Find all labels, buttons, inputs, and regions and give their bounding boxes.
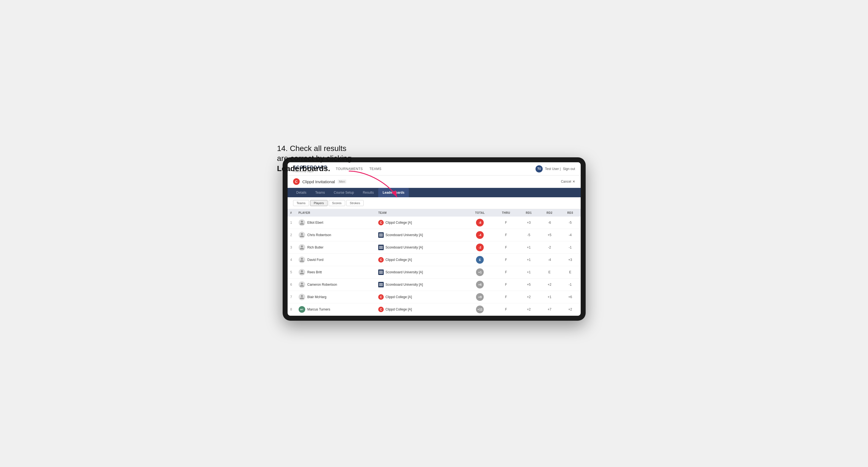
tab-leaderboards[interactable]: Leaderboards <box>378 188 409 197</box>
cell-rd2: -6 <box>539 217 560 229</box>
cell-player: Rees Britt <box>296 266 376 279</box>
table-row: 6Cameron RobertsonScoreboard University … <box>287 279 581 291</box>
cell-team: CClippd College [A] <box>375 303 466 316</box>
table-row: 1Elliot EbertCClippd College [A]-8F+3-6-… <box>287 217 581 229</box>
cancel-button[interactable]: Cancel ✕ <box>561 180 575 184</box>
cell-team: CClippd College [A] <box>375 291 466 303</box>
team-icon-clippd: C <box>378 294 384 300</box>
table-row: 7Blair McHargCClippd College [A]+9F+2+1+… <box>287 291 581 303</box>
col-player: PLAYER <box>296 209 376 217</box>
filter-players[interactable]: Players <box>310 200 328 206</box>
cell-pos: 2 <box>287 229 296 241</box>
filter-scores[interactable]: Scores <box>329 200 345 206</box>
cell-total: +6 <box>466 279 494 291</box>
cell-total: +1 <box>466 266 494 279</box>
team-name: Scoreboard University [A] <box>385 270 423 274</box>
cell-team: CClippd College [A] <box>375 217 466 229</box>
cell-rd2: -2 <box>539 241 560 254</box>
instruction-line2: are correct by clicking <box>277 154 352 162</box>
cell-rd1: +2 <box>519 303 539 316</box>
cell-pos: 8 <box>287 303 296 316</box>
cell-thru: F <box>494 303 519 316</box>
cell-rd2: +1 <box>539 291 560 303</box>
team-name: Clippd College [A] <box>385 221 412 224</box>
team-icon-clippd: C <box>378 220 384 225</box>
cell-rd2: E <box>539 266 560 279</box>
player-avatar <box>299 244 305 251</box>
team-name: Scoreboard University [A] <box>385 283 423 286</box>
cell-player: Cameron Robertson <box>296 279 376 291</box>
cell-player: Chris Robertson <box>296 229 376 241</box>
cell-pos: 6 <box>287 279 296 291</box>
user-label: Test User | <box>545 167 561 171</box>
team-name: Clippd College [A] <box>385 295 412 299</box>
instruction-line1: 14. Check all results <box>277 144 346 153</box>
player-avatar <box>299 256 305 263</box>
nav-teams[interactable]: TEAMS <box>369 166 381 172</box>
player-avatar <box>299 219 305 226</box>
tab-results[interactable]: Results <box>359 188 378 197</box>
player-name: Blair McHarg <box>307 295 327 299</box>
cell-total: -4 <box>466 229 494 241</box>
cell-rd1: +3 <box>519 217 539 229</box>
cell-rd3: -1 <box>560 241 581 254</box>
cell-pos: 4 <box>287 254 296 266</box>
tournament-badge: Men <box>338 180 346 184</box>
cell-team: CClippd College [A] <box>375 254 466 266</box>
table-row: 4David FordCClippd College [A]EF+1-4+3 <box>287 254 581 266</box>
cell-thru: F <box>494 229 519 241</box>
player-avatar <box>299 269 305 276</box>
col-pos: # <box>287 209 296 217</box>
filter-teams[interactable]: Teams <box>293 200 309 206</box>
col-rd1: RD1 <box>519 209 539 217</box>
player-name: Cameron Robertson <box>307 283 337 286</box>
sign-out-link[interactable]: Sign out <box>563 167 575 171</box>
tournament-title: C Clippd Invitational Men <box>293 178 346 185</box>
cell-total: +11 <box>466 303 494 316</box>
cell-rd3: +2 <box>560 303 581 316</box>
team-name: Scoreboard University [A] <box>385 233 423 237</box>
page-wrapper: 14. Check all results are correct by cli… <box>283 146 586 321</box>
table-row: 3Rich ButlerScoreboard University [A]-2F… <box>287 241 581 254</box>
tab-teams[interactable]: Teams <box>311 188 329 197</box>
player-avatar <box>299 281 305 288</box>
cell-player: MTMarcus Turners <box>296 303 376 316</box>
team-icon-su <box>378 282 384 287</box>
team-name: Clippd College [A] <box>385 308 412 311</box>
player-avatar: MT <box>299 306 305 313</box>
filter-strokes[interactable]: Strokes <box>346 200 364 206</box>
cell-rd1: +1 <box>519 254 539 266</box>
cell-rd2: +5 <box>539 229 560 241</box>
table-row: 5Rees BrittScoreboard University [A]+1F+… <box>287 266 581 279</box>
table-row: 2Chris RobertsonScoreboard University [A… <box>287 229 581 241</box>
tabs-bar: Details Teams Course Setup Results Leade… <box>287 188 581 197</box>
tournament-icon: C <box>293 178 300 185</box>
cell-total: E <box>466 254 494 266</box>
cell-team: Scoreboard University [A] <box>375 241 466 254</box>
col-rd3: RD3 <box>560 209 581 217</box>
team-icon-clippd: C <box>378 257 384 262</box>
cell-player: Elliot Ebert <box>296 217 376 229</box>
tab-details[interactable]: Details <box>292 188 311 197</box>
cell-rd3: +3 <box>560 254 581 266</box>
cell-thru: F <box>494 266 519 279</box>
team-name: Clippd College [A] <box>385 258 412 262</box>
cell-player: Blair McHarg <box>296 291 376 303</box>
player-name: David Ford <box>307 258 324 262</box>
cell-team: Scoreboard University [A] <box>375 279 466 291</box>
cell-pos: 5 <box>287 266 296 279</box>
player-name: Rich Butler <box>307 246 324 249</box>
cell-rd3: -1 <box>560 279 581 291</box>
cell-rd1: +5 <box>519 279 539 291</box>
cell-rd1: +1 <box>519 241 539 254</box>
col-thru: THRU <box>494 209 519 217</box>
cell-rd1: +2 <box>519 291 539 303</box>
cell-thru: F <box>494 279 519 291</box>
tablet-screen: SCOREBOARD Powered by clippd TOURNAMENTS… <box>287 162 581 316</box>
cell-team: Scoreboard University [A] <box>375 266 466 279</box>
cell-rd2: +2 <box>539 279 560 291</box>
tournament-name: Clippd Invitational <box>303 179 335 184</box>
cell-rd3: E <box>560 266 581 279</box>
tab-course-setup[interactable]: Course Setup <box>330 188 359 197</box>
filter-row: Teams Players Scores Strokes <box>287 197 581 209</box>
